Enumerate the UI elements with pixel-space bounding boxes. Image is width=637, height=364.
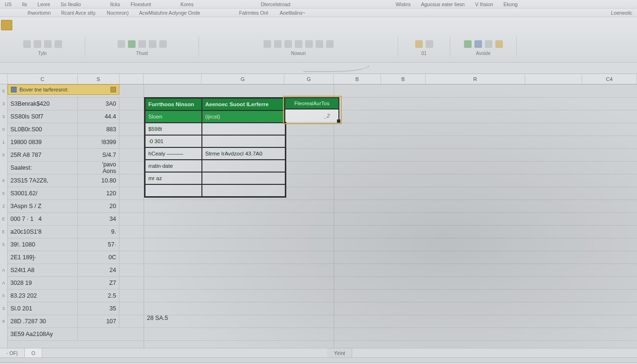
ribbon-icon[interactable] <box>295 40 302 48</box>
summary-cell[interactable]: (ijrcst) <box>202 110 285 123</box>
column-b[interactable]: 3A044.4883!8399S/4.7'pavo Aons10.8012020… <box>78 84 119 328</box>
col-header[interactable]: G <box>284 74 334 84</box>
summary-cell[interactable]: Strme IrAvdzocl 43.7A0 <box>202 147 285 160</box>
summary-cell[interactable] <box>202 160 285 172</box>
ribbon-icon[interactable] <box>485 40 492 48</box>
ribbon-icon[interactable] <box>326 40 334 48</box>
cell[interactable]: 2E1 189}· <box>8 251 78 264</box>
sheet-tab-bar[interactable]: · OF| O Yirint <box>0 348 637 357</box>
cell[interactable]: S24t1 A8 <box>8 264 78 276</box>
col-header[interactable]: C4 <box>582 74 637 84</box>
menu-item[interactable]: V Ihsion <box>475 1 493 7</box>
menu-item[interactable]: Fatrmtes Onl· <box>239 10 269 16</box>
row-header[interactable]: 3 <box>0 110 7 123</box>
cell[interactable]: 3028 19 <box>8 276 78 289</box>
row-header[interactable]: h <box>0 289 7 302</box>
ribbon-icon[interactable] <box>149 40 156 48</box>
cell[interactable]: 883 <box>78 123 119 136</box>
cell[interactable]: 39!. 1080 <box>8 238 78 251</box>
row-header[interactable]: 3 <box>0 302 7 315</box>
cell[interactable]: 107 <box>78 315 119 328</box>
cell[interactable]: a20c10S1'8 <box>8 225 78 238</box>
menu-item[interactable]: Loeneoilc <box>611 10 632 16</box>
row-header[interactable] <box>0 328 7 340</box>
cell[interactable]: 3A0 <box>78 97 119 110</box>
selected-cell[interactable]: _2 <box>285 109 338 122</box>
cell[interactable]: S3Benrak$420 <box>8 97 78 110</box>
cell[interactable]: 9. <box>78 225 119 238</box>
row-header[interactable]: A <box>0 264 7 276</box>
col-header[interactable] <box>525 74 582 84</box>
menu-item[interactable]: Ekong <box>503 1 518 7</box>
fill-handle-icon[interactable] <box>337 119 340 123</box>
sheet-tab[interactable]: · OF| <box>0 348 25 357</box>
ribbon-icon[interactable] <box>274 40 282 48</box>
row-header[interactable]: 1 <box>0 136 7 148</box>
cell[interactable]: 24 <box>78 264 119 276</box>
cell[interactable]: 'pavo Aons <box>78 161 119 174</box>
column-headers[interactable]: C S G G B B R C4 <box>0 74 637 84</box>
spreadsheet-grid[interactable]: 533015652EE5AAh38 Bover tne tarferesrot:… <box>0 84 637 348</box>
summary-cell[interactable] <box>202 135 285 147</box>
cell[interactable]: 57· <box>78 238 119 251</box>
summary-header[interactable]: Furrthoos Ninson <box>145 98 202 110</box>
summary-cell[interactable] <box>202 172 285 184</box>
menu-item[interactable]: Floestunt <box>131 1 151 7</box>
cell[interactable]: 19800 0839 <box>8 136 78 148</box>
row-header[interactable]: 5 <box>0 84 7 97</box>
cell[interactable]: 120 <box>78 187 119 200</box>
sheet-tab[interactable]: Yirint <box>327 348 352 357</box>
horizontal-scrollbar[interactable] <box>0 357 637 362</box>
ribbon-icon[interactable] <box>474 40 482 48</box>
menu-item[interactable]: Rcant Avce stty. <box>61 10 96 16</box>
col-header[interactable]: R <box>426 74 525 84</box>
menu-item[interactable]: Aguosus eater liesn <box>421 1 464 7</box>
col-header[interactable] <box>144 74 201 84</box>
summary-cell[interactable]: rratin·date <box>145 160 202 172</box>
row-header[interactable] <box>0 251 7 264</box>
column-a[interactable]: S3Benrak$420SS80Is S0f7SL0B0r.S0019800 0… <box>8 84 78 340</box>
ribbon-icon[interactable] <box>23 40 31 48</box>
ribbon-icon[interactable] <box>44 40 52 48</box>
cell[interactable]: SL0B0r.S00 <box>8 123 78 136</box>
row-header[interactable]: 3 <box>0 97 7 110</box>
row-header[interactable]: 5 <box>0 187 7 200</box>
ribbon-icon[interactable] <box>464 40 472 48</box>
menu-item[interactable]: Ils <box>22 1 27 7</box>
menu-row-1[interactable]: US Ils Leore Ss Ilealio Ilcks Floestunt … <box>0 0 637 9</box>
row-header[interactable]: 6 <box>0 174 7 187</box>
menu-item[interactable]: Ihwortomn <box>27 10 51 16</box>
cell[interactable]: SS80Is S0f7 <box>8 110 78 123</box>
cell[interactable]: 0C <box>78 251 119 264</box>
cell[interactable]: 10.80 <box>78 174 119 187</box>
menu-item[interactable]: Ilcks <box>110 1 120 7</box>
summary-selection[interactable]: FleorealAurTos _2 <box>284 97 339 122</box>
file-chip-icon[interactable] <box>1 20 12 30</box>
ribbon-icon[interactable] <box>128 40 136 48</box>
cell[interactable]: 28D .7287 30 <box>8 315 78 328</box>
ribbon-icon[interactable] <box>305 40 313 48</box>
row-header[interactable]: 8 <box>0 315 7 328</box>
menu-item[interactable]: Aoeltlalins~ <box>280 10 305 16</box>
ribbon-icon[interactable] <box>264 40 271 48</box>
ribbon-icon[interactable] <box>495 40 503 48</box>
cell[interactable]: S3001.62/ <box>8 187 78 200</box>
select-all-corner[interactable] <box>0 74 8 84</box>
ribbon-icon[interactable] <box>159 40 167 48</box>
cell[interactable]: 44.4 <box>78 110 119 123</box>
ribbon-icon[interactable] <box>426 40 433 48</box>
cell[interactable]: S/4.7 <box>78 148 119 161</box>
row-header[interactable]: A <box>0 276 7 289</box>
formula-bar[interactable] <box>0 63 637 74</box>
summary-cell[interactable] <box>202 184 285 197</box>
summary-cell[interactable]: mr az <box>145 172 202 184</box>
cell[interactable]: 34 <box>78 212 119 225</box>
cell[interactable]: Sl.0 201 <box>8 302 78 315</box>
cell[interactable]: 3E59 Aa2108Ay <box>8 328 78 340</box>
summary-cell[interactable]: Sloen <box>145 110 202 123</box>
ribbon-icon[interactable] <box>138 40 146 48</box>
summary-cell[interactable]: ·0 301 <box>145 135 202 147</box>
summary-header[interactable]: FleorealAurTos <box>285 98 338 109</box>
summary-cell[interactable]: $598t <box>145 123 202 135</box>
ribbon-icon[interactable] <box>284 40 292 48</box>
